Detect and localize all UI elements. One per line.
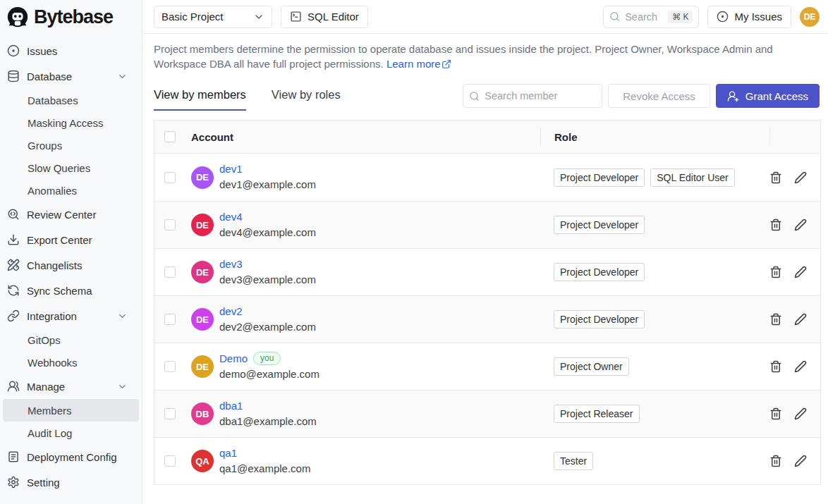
description-text: Project members determine the permission… [154, 43, 773, 70]
delete-member-button[interactable] [769, 171, 782, 184]
role-cell: Tester [540, 452, 769, 470]
member-name-link[interactable]: qa1 [219, 447, 237, 460]
sidebar-item-setting[interactable]: Setting [3, 469, 139, 495]
sql-editor-button[interactable]: SQL Editor [281, 6, 368, 28]
row-checkbox[interactable] [164, 361, 176, 372]
tab-view-by-roles[interactable]: View by roles [272, 81, 341, 111]
sidebar-item-label: Webhooks [28, 357, 132, 369]
sidebar-item-databases[interactable]: Databases [3, 89, 139, 111]
sidebar-item-audit-log[interactable]: Audit Log [3, 422, 139, 444]
edit-member-button[interactable] [794, 455, 807, 467]
row-checkbox-cell [154, 219, 191, 231]
chevron-down-icon [117, 311, 128, 321]
edit-member-button[interactable] [794, 407, 807, 420]
edit-member-button[interactable] [794, 171, 807, 184]
topbar-right: Search ⌘ K My Issues DE [603, 6, 820, 28]
row-checkbox-cell [154, 408, 191, 419]
sidebar-item-label: Slow Queries [28, 162, 132, 174]
sidebar-item-groups[interactable]: Groups [3, 134, 139, 156]
member-identity: qa1qa1@example.com [219, 447, 310, 476]
project-select[interactable]: Basic Project [154, 6, 272, 28]
sidebar-item-database[interactable]: Database [3, 63, 139, 89]
sidebar-item-manage[interactable]: Manage [3, 374, 139, 399]
tab-view-by-members[interactable]: View by members [154, 81, 246, 111]
search-member-input[interactable]: Search member [463, 84, 602, 108]
actions-cell [769, 313, 820, 326]
delete-member-button[interactable] [769, 407, 782, 420]
main-area: Basic Project SQL Editor Search ⌘ K My I… [142, 0, 828, 504]
member-name-link[interactable]: dev1 [219, 163, 243, 176]
sidebar-item-issues[interactable]: Issues [3, 38, 139, 63]
sidebar-item-changelists[interactable]: Changelists [3, 252, 139, 278]
delete-member-button[interactable] [769, 219, 782, 231]
grant-access-button[interactable]: Grant Access [716, 84, 820, 108]
member-name-link[interactable]: Demo [219, 352, 248, 365]
edit-member-button[interactable] [794, 313, 807, 326]
delete-member-button[interactable] [769, 455, 782, 467]
role-chip-project-owner: Project Owner [554, 357, 629, 376]
delete-member-button[interactable] [769, 360, 782, 373]
role-chip-tester: Tester [554, 452, 593, 470]
member-email: qa1@example.com [219, 462, 310, 476]
toolbar-actions: Search member Revoke Access Grant Access [463, 84, 820, 108]
sidebar-item-masking-access[interactable]: Masking Access [3, 111, 139, 134]
sidebar-item-anomalies[interactable]: Anomalies [3, 179, 139, 202]
delete-member-button[interactable] [769, 313, 782, 326]
integration-icon [7, 309, 20, 322]
sidebar-item-label: Deployment Config [27, 451, 132, 463]
changelists-icon [7, 259, 20, 271]
row-checkbox[interactable] [164, 408, 176, 419]
search-icon [609, 11, 620, 22]
member-name-link[interactable]: dev4 [219, 211, 243, 223]
sidebar-item-webhooks[interactable]: Webhooks [3, 351, 139, 374]
edit-member-button[interactable] [794, 219, 807, 231]
member-name-link[interactable]: dev2 [219, 305, 243, 318]
sidebar-item-label: Setting [27, 477, 132, 488]
member-avatar: QA [191, 450, 214, 472]
row-checkbox-cell [154, 314, 191, 325]
logo[interactable]: Bytebase [0, 0, 142, 34]
sidebar-item-label: Anomalies [28, 185, 132, 197]
header-checkbox-cell [154, 131, 191, 142]
edit-member-button[interactable] [794, 266, 807, 278]
member-identity: dba1dba1@example.com [219, 400, 317, 429]
member-name-link[interactable]: dba1 [219, 400, 243, 412]
member-avatar: DE [191, 355, 214, 378]
member-email: dev3@example.com [219, 273, 316, 287]
account-cell: DEdev2dev2@example.com [191, 305, 540, 334]
member-name-link[interactable]: dev3 [219, 258, 243, 271]
edit-member-button[interactable] [794, 360, 807, 373]
revoke-access-button[interactable]: Revoke Access [608, 84, 710, 108]
role-chip-project-developer: Project Developer [554, 168, 645, 187]
row-checkbox[interactable] [164, 219, 176, 231]
global-search-input[interactable]: Search ⌘ K [603, 6, 699, 28]
sidebar-item-gitops[interactable]: GitOps [3, 328, 139, 351]
table-row-dev4: DEdev4dev4@example.comProject Developer [154, 201, 820, 248]
sidebar-item-export-center[interactable]: Export Center [3, 227, 139, 252]
table-row-dev3: DEdev3dev3@example.comProject Developer [154, 248, 820, 295]
sidebar-item-sync-schema[interactable]: Sync Schema [3, 278, 139, 303]
learn-more-link[interactable]: Learn more [386, 56, 451, 71]
search-icon [469, 91, 480, 102]
select-all-checkbox[interactable] [164, 131, 176, 142]
sidebar-item-members[interactable]: Members [3, 399, 139, 422]
sync-schema-icon [7, 284, 20, 297]
account-cell: DEdev3dev3@example.com [191, 258, 540, 287]
sidebar-item-slow-queries[interactable]: Slow Queries [3, 156, 139, 179]
user-avatar[interactable]: DE [800, 7, 820, 27]
account-cell: DEdev1dev1@example.com [191, 163, 540, 192]
sidebar-item-review-center[interactable]: Review Center [3, 202, 139, 227]
page-description: Project members determine the permission… [154, 42, 820, 71]
row-checkbox-cell [154, 172, 191, 183]
row-checkbox[interactable] [164, 172, 176, 183]
row-checkbox[interactable] [164, 314, 176, 325]
sidebar-item-deployment-config[interactable]: Deployment Config [3, 444, 139, 469]
row-checkbox-cell [154, 266, 191, 278]
delete-member-button[interactable] [769, 266, 782, 278]
my-issues-button[interactable]: My Issues [707, 6, 791, 28]
table-row-demo: DEDemoyoudemo@example.comProject Owner [154, 343, 820, 390]
sidebar-item-integration[interactable]: Integration [3, 303, 139, 328]
row-checkbox[interactable] [164, 455, 176, 467]
row-checkbox[interactable] [164, 266, 176, 278]
setting-icon [7, 476, 20, 488]
